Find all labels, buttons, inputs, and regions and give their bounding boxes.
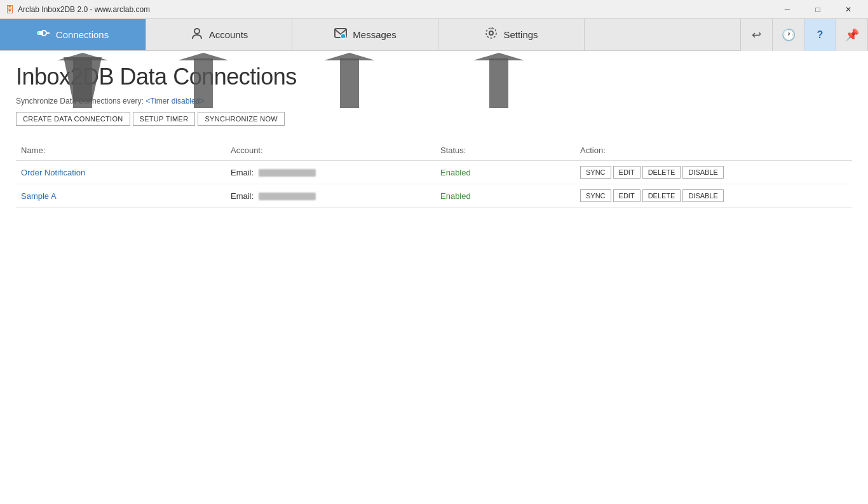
row1-sync-button[interactable]: SYNC — [580, 166, 611, 179]
minimize-button[interactable]: ─ — [773, 0, 802, 19]
row2-action-btns: SYNC EDIT DELETE DISABLE — [580, 189, 847, 202]
messages-icon: ↓ — [334, 26, 348, 43]
table-row: Order Notification Email: Enabled SYNC E… — [16, 161, 852, 184]
col-name: Name: — [16, 142, 226, 161]
tab-connections[interactable]: Connections — [0, 19, 146, 50]
sync-info: Synchronize Data Connections every: <Tim… — [16, 97, 852, 106]
tab-settings[interactable]: Settings — [438, 19, 585, 50]
svg-marker-20 — [473, 53, 524, 60]
pin-icon: 📌 — [845, 28, 859, 42]
row2-account: Email: — [226, 184, 435, 208]
history-icon: 🕐 — [782, 28, 796, 42]
connections-icon — [37, 26, 51, 43]
svg-point-10 — [486, 28, 496, 38]
row2-disable-button[interactable]: DISABLE — [682, 189, 723, 202]
tab-accounts-label: Accounts — [209, 29, 248, 40]
col-action: Action: — [575, 142, 852, 161]
synchronize-now-button[interactable]: SYNCHRONIZE NOW — [198, 112, 285, 126]
nav-tabs: Connections Accounts ↓ Messages — [0, 19, 868, 51]
col-account: Account: — [226, 142, 435, 161]
row2-edit-button[interactable]: EDIT — [613, 189, 641, 202]
row2-status: Enabled — [435, 184, 575, 208]
row2-status-value: Enabled — [440, 191, 471, 201]
help-button[interactable]: ? — [804, 19, 836, 51]
svg-marker-18 — [324, 53, 375, 60]
svg-point-9 — [489, 31, 493, 35]
data-table: Name: Account: Status: Action: Order Not… — [16, 142, 852, 208]
row1-account-value — [259, 169, 316, 177]
titlebar: 🗄 Arclab Inbox2DB 2.0 - www.arclab.com ─… — [0, 0, 868, 19]
tab-settings-label: Settings — [503, 29, 538, 40]
svg-text:↓: ↓ — [342, 35, 345, 39]
row1-disable-button[interactable]: DISABLE — [682, 166, 723, 179]
row1-account: Email: — [226, 161, 435, 184]
col-status: Status: — [435, 142, 575, 161]
row1-actions: SYNC EDIT DELETE DISABLE — [575, 161, 852, 184]
main-content: Inbox2DB Data Connections Synchronize Da… — [0, 51, 868, 504]
svg-marker-14 — [57, 53, 108, 60]
header-row: Name: Account: Status: Action: — [16, 142, 852, 161]
row1-delete-button[interactable]: DELETE — [642, 166, 681, 179]
page-title: Inbox2DB Data Connections — [16, 64, 852, 90]
help-icon: ? — [817, 29, 824, 41]
create-data-connection-button[interactable]: CREATE DATA CONNECTION — [16, 112, 130, 126]
table-header: Name: Account: Status: Action: — [16, 142, 852, 161]
back-button[interactable]: ↩ — [741, 19, 773, 51]
row2-sync-button[interactable]: SYNC — [580, 189, 611, 202]
row2-delete-button[interactable]: DELETE — [642, 189, 681, 202]
row1-action-btns: SYNC EDIT DELETE DISABLE — [580, 166, 847, 179]
pin-button[interactable]: 📌 — [836, 19, 868, 51]
svg-marker-16 — [178, 53, 229, 60]
svg-point-4 — [37, 32, 39, 34]
row2-account-value — [259, 193, 316, 200]
tab-messages-label: Messages — [353, 29, 396, 40]
tab-connections-label: Connections — [56, 29, 109, 40]
titlebar-left: 🗄 Arclab Inbox2DB 2.0 - www.arclab.com — [5, 4, 150, 15]
titlebar-controls: ─ □ ✕ — [773, 0, 863, 19]
maximize-button[interactable]: □ — [803, 0, 832, 19]
accounts-icon — [190, 26, 204, 43]
close-button[interactable]: ✕ — [834, 0, 863, 19]
app-icon: 🗄 — [5, 4, 14, 15]
app-title: Arclab Inbox2DB 2.0 - www.arclab.com — [18, 5, 150, 14]
row2-name[interactable]: Sample A — [16, 184, 226, 208]
table-row: Sample A Email: Enabled SYNC EDIT DELETE… — [16, 184, 852, 208]
row1-edit-button[interactable]: EDIT — [613, 166, 641, 179]
row1-status: Enabled — [435, 161, 575, 184]
history-button[interactable]: 🕐 — [773, 19, 804, 51]
tab-accounts[interactable]: Accounts — [146, 19, 292, 50]
sync-value[interactable]: <Timer disabled> — [146, 97, 204, 106]
svg-point-5 — [194, 29, 200, 34]
setup-timer-button[interactable]: SETUP TIMER — [133, 112, 196, 126]
table-body: Order Notification Email: Enabled SYNC E… — [16, 161, 852, 208]
row1-status-value: Enabled — [440, 168, 471, 177]
settings-icon — [484, 26, 498, 43]
row1-account-prefix: Email: — [231, 168, 254, 177]
row1-name[interactable]: Order Notification — [16, 161, 226, 184]
sync-label: Synchronize Data Connections every: — [16, 97, 144, 106]
nav-right: ↩ 🕐 ? 📌 — [740, 19, 868, 50]
row2-actions: SYNC EDIT DELETE DISABLE — [575, 184, 852, 208]
toolbar: CREATE DATA CONNECTION SETUP TIMER SYNCH… — [16, 112, 852, 126]
back-icon: ↩ — [752, 28, 761, 42]
tab-messages[interactable]: ↓ Messages — [292, 19, 438, 50]
row2-account-prefix: Email: — [231, 191, 254, 201]
